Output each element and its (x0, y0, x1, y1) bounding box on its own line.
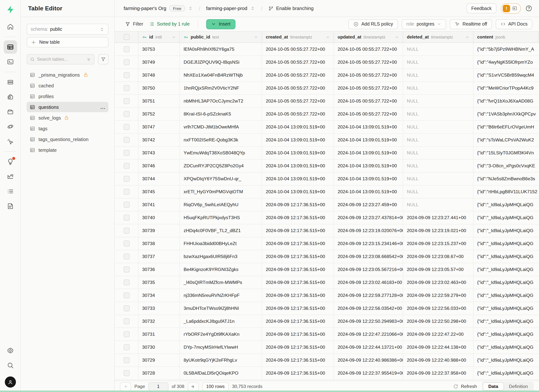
filter-button[interactable]: Filter (125, 21, 143, 27)
cell-content[interactable]: {"id":"_Id9aLyJpMHQLaiQG (473, 211, 539, 224)
cell-updated-at[interactable]: 2024-09-09 12:23:05.567216+00 (334, 263, 403, 276)
cell-public-id[interactable]: 3muDHTceTWso9IZj8hHNI (180, 302, 262, 315)
cell-id[interactable]: 30743 (139, 147, 180, 159)
cell-deleted-at[interactable]: NULL (403, 95, 473, 107)
cell-public-id[interactable]: zHDq4c0F0VBF_TL2_dBZ1 (180, 224, 262, 237)
cell-public-id[interactable]: H5uqFKpRUTPkjxdysT3HS (180, 211, 262, 224)
nav-database-icon[interactable] (4, 76, 17, 89)
cell-content[interactable]: {"id":"15LSIyT0JGMf3Kl4Vn (473, 147, 539, 159)
cell-id[interactable]: 30750 (139, 82, 180, 94)
feedback-button[interactable]: Feedback (467, 3, 496, 13)
cell-deleted-at[interactable]: 2024-09-09 12:22:56.033+00 (403, 302, 473, 315)
cell-deleted-at[interactable]: NULL (403, 160, 473, 172)
sidebar-table-item[interactable]: tags_questions_relation ... (27, 134, 108, 144)
row-checkbox[interactable] (115, 172, 139, 185)
cell-public-id[interactable]: DYp-7mcyMSIrHefLYIwwH (180, 341, 262, 354)
cell-deleted-at[interactable]: 2024-09-09 12:22:50.298+00 (403, 315, 473, 328)
column-header-public-id[interactable]: public_id text (180, 31, 262, 43)
chevron-down-icon[interactable] (465, 35, 469, 39)
cell-created-at[interactable]: 2024-10-04 13:09:01.519+00 (262, 186, 334, 198)
row-checkbox[interactable] (115, 108, 139, 120)
cell-public-id[interactable]: 1hnRQjxSRm2V0VticY2NF (180, 82, 262, 94)
row-checkbox[interactable] (115, 224, 139, 237)
cell-content[interactable]: {"id":"4wyNgK55lOfrpmYZo (473, 56, 539, 68)
realtime-toggle-button[interactable]: Realtime off (450, 19, 492, 29)
row-checkbox[interactable] (115, 276, 139, 289)
cell-deleted-at[interactable]: NULL (403, 147, 473, 159)
cell-created-at[interactable]: 2024-09-09 12:17:36.515+00 (262, 250, 334, 263)
row-checkbox[interactable] (115, 367, 139, 379)
cell-created-at[interactable]: 2024-09-09 12:17:36.515+00 (262, 263, 334, 276)
column-header-deleted-at[interactable]: deleted_at timestamptz (403, 31, 473, 43)
project-breadcrumb[interactable]: farming-paper-prod (206, 5, 255, 11)
row-checkbox[interactable] (115, 250, 139, 263)
cell-created-at[interactable]: 2024-09-09 12:17:36.515+00 (262, 328, 334, 340)
column-header-content[interactable]: content jsonb (473, 31, 539, 43)
cell-public-id[interactable]: nj336mN5reuRVNZrKHFpF (180, 289, 262, 302)
cell-id[interactable]: 30732 (139, 315, 180, 328)
sort-button[interactable]: Sorted by 1 rule (149, 21, 190, 27)
cell-deleted-at[interactable]: 2024-09-09 12:23:05.57+00 (403, 263, 473, 276)
cell-created-at[interactable]: 2024-10-05 00:55:27.722+00 (262, 43, 334, 56)
cell-content[interactable]: {"id":"_Id9aLyJpMHQLaiQG (473, 354, 539, 366)
column-header-id[interactable]: id int8 (139, 31, 180, 43)
cell-updated-at[interactable]: 2024-10-04 13:09:01.519+00 (334, 160, 403, 172)
cell-deleted-at[interactable]: NULL (403, 108, 473, 120)
cell-content[interactable]: {"id":"rtHbLpgB8V11LUK7152 (473, 186, 539, 198)
nav-logs-icon[interactable] (4, 185, 17, 198)
cell-public-id[interactable]: NhXEo1Xw04FnB4RzWTNjb (180, 69, 262, 81)
cell-deleted-at[interactable]: NULL (403, 172, 473, 185)
sidebar-table-item[interactable]: profiles ... (27, 91, 108, 101)
nav-auth-icon[interactable] (4, 90, 17, 104)
new-table-button[interactable]: New table (27, 37, 108, 47)
cell-updated-at[interactable]: 2024-09-09 12:23:02.46183+00 (334, 276, 403, 289)
cell-deleted-at[interactable]: NULL (403, 134, 473, 146)
cell-public-id[interactable]: YwEmuWdqT38XoSB048QYp (180, 147, 262, 159)
cell-public-id[interactable]: _l40sQIRTmMZfcm-MWMPs (180, 276, 262, 289)
cell-updated-at[interactable]: 2024-09-09 12:23:08.668542+00 (334, 250, 403, 263)
supabase-logo-icon[interactable] (6, 5, 15, 14)
cell-updated-at[interactable]: 2024-10-05 00:55:27.722+00 (334, 69, 403, 81)
row-checkbox[interactable] (115, 198, 139, 211)
cell-content[interactable]: {"id":"_Id9aLyJpMHQLaiQG (473, 250, 539, 263)
cell-public-id[interactable]: lEfA0sRh9hIXf62Y6ga75 (180, 43, 262, 56)
cell-id[interactable]: 30745 (139, 186, 180, 198)
cell-id[interactable]: 30741 (139, 198, 180, 211)
row-checkbox[interactable] (115, 160, 139, 172)
cell-updated-at[interactable]: 2024-09-09 12:22:56.03542+00 (334, 302, 403, 315)
cell-deleted-at[interactable]: 2024-09-09 12:23:27.441+00 (403, 211, 473, 224)
cell-id[interactable]: 30748 (139, 69, 180, 81)
chevron-down-icon[interactable] (254, 35, 258, 39)
sidebar-table-item[interactable]: solve_logs ... (27, 113, 108, 123)
cell-created-at[interactable]: 2024-09-09 12:17:36.515+00 (262, 224, 334, 237)
cell-deleted-at[interactable]: 2024-09-09 12:22:44.138+00 (403, 341, 473, 354)
nav-storage-icon[interactable] (4, 105, 17, 119)
cell-content[interactable]: {"id":"MeWCriorTPopA4Kc9 (473, 82, 539, 94)
cell-id[interactable]: 30740 (139, 211, 180, 224)
search-tables-box[interactable] (27, 54, 94, 64)
cell-id[interactable]: 30738 (139, 237, 180, 250)
cell-updated-at[interactable]: 2024-09-09 12:22:37.955419+00 (334, 367, 403, 379)
search-tables-input[interactable] (37, 57, 84, 62)
cell-updated-at[interactable]: 2024-10-05 00:55:27.722+00 (334, 82, 403, 94)
cell-id[interactable]: 30731 (139, 328, 180, 340)
cell-updated-at[interactable]: 2024-10-04 13:09:01.519+00 (334, 134, 403, 146)
cell-updated-at[interactable]: 2024-09-09 12:22:44.13721+00 (334, 341, 403, 354)
cell-created-at[interactable]: 2024-10-05 00:55:27.722+00 (262, 56, 334, 68)
row-checkbox[interactable] (115, 315, 139, 328)
cell-created-at[interactable]: 2024-09-09 12:17:36.515+00 (262, 302, 334, 315)
nav-table-editor-icon[interactable] (4, 40, 17, 54)
sidebar-table-item[interactable]: questions ... (27, 102, 108, 112)
row-checkbox[interactable] (115, 302, 139, 315)
row-checkbox[interactable] (115, 289, 139, 302)
row-checkbox[interactable] (115, 147, 139, 159)
cell-created-at[interactable]: 2024-09-09 12:17:36.515+00 (262, 315, 334, 328)
cell-deleted-at[interactable]: NULL (403, 69, 473, 81)
cell-deleted-at[interactable]: 2024-09-09 12:23:19.021+00 (403, 224, 473, 237)
cell-created-at[interactable]: 2024-09-09 12:17:36.515+00 (262, 289, 334, 302)
page-number-input[interactable] (148, 382, 168, 391)
nav-home-icon[interactable] (4, 20, 17, 33)
cell-id[interactable]: 30729 (139, 354, 180, 366)
cell-deleted-at[interactable]: NULL (403, 121, 473, 133)
cell-updated-at[interactable]: 2024-10-04 13:09:01.519+00 (334, 172, 403, 185)
